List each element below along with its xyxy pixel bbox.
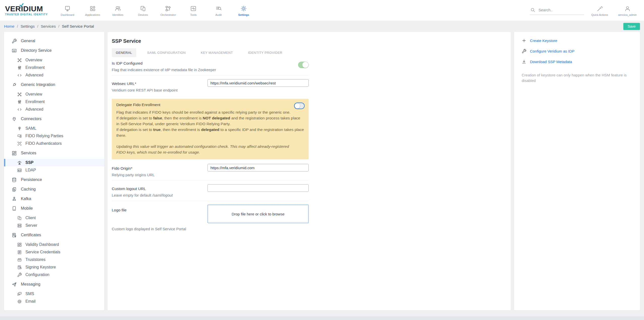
sidebar-item-general[interactable]: General [4, 37, 104, 45]
fido-origin-input[interactable] [207, 164, 309, 171]
logo-dropzone[interactable]: Drop file here or click to browse [207, 205, 309, 223]
quick-actions-button[interactable]: Quick Actions [588, 5, 612, 16]
settings-sidebar: General Directory Service Overview Enrol… [4, 32, 104, 310]
page-title: SSP Service [112, 38, 511, 44]
sidebar-item-label: Directory Service [21, 48, 52, 53]
sidebar-item-connectors[interactable]: Connectors [4, 115, 104, 123]
delegate-fido-enrollment-toggle[interactable] [294, 103, 305, 109]
sidebar-item-fido-authenticators[interactable]: FIDO Authenticators [4, 140, 104, 147]
sidebar-item-saml[interactable]: SAML [4, 125, 104, 132]
sidebar-item-ds-advanced[interactable]: Advanced [4, 71, 104, 79]
archive-icon [17, 257, 22, 262]
code-icon [17, 73, 22, 78]
custom-logout-hint-text: Leave empty for default [112, 193, 152, 197]
plus-icon [522, 38, 526, 43]
nav-item-devices[interactable]: Devices [130, 4, 156, 16]
nav-item-tools[interactable]: Tools [181, 4, 206, 16]
custom-logout-url-input[interactable] [207, 184, 309, 192]
action-link-label: Download SSP Metadata [530, 60, 572, 64]
delegate-description-line: If delegation is set to false, then the … [116, 115, 304, 127]
download-icon [522, 59, 526, 64]
save-button[interactable]: Save [623, 23, 640, 30]
sidebar-item-label: FIDO Relying Parties [25, 134, 63, 138]
sidebar-item-generic-integration[interactable]: Generic Integration [4, 81, 104, 88]
is-idp-configured-hint: Flag that indicates existence of IdP met… [112, 68, 293, 72]
db-icon [12, 177, 17, 182]
nav-item-identities[interactable]: Identities [105, 4, 130, 16]
sidebar-item-gi-enrollment[interactable]: Enrollment [4, 98, 104, 106]
search-input[interactable] [539, 8, 583, 12]
sidebar-item-service-credentials[interactable]: Service Credentials [4, 248, 104, 256]
sidebar-item-directory-service[interactable]: Directory Service [4, 47, 104, 54]
search-icon[interactable] [530, 7, 535, 13]
tab-saml-configuration[interactable]: SAML CONFIGURATION [143, 48, 190, 57]
tab-general[interactable]: GENERAL [112, 48, 136, 57]
delegate-desc-segment: NOT delegated [203, 116, 230, 120]
tab-identity-provider[interactable]: IDENTITY PROVIDER [244, 48, 286, 57]
breadcrumb-services[interactable]: Services [41, 24, 56, 29]
wrench-icon [17, 272, 22, 277]
delegate-description: Flag that indicates if FIDO keys should … [116, 109, 304, 138]
sidebar-item-signing-keystore[interactable]: Signing Keystore [4, 263, 104, 271]
sidebar-item-messaging[interactable]: Messaging [4, 281, 104, 288]
sidebar-item-fido-relying-parties[interactable]: FIDO Relying Parties [4, 132, 104, 140]
sidebar-item-ssp[interactable]: SSP [4, 159, 104, 166]
delegate-fido-enrollment-label: Delegate Fido Enrollment [116, 103, 304, 107]
sidebar-item-server[interactable]: Server [4, 222, 104, 229]
username-label: aencica_admin [618, 13, 637, 16]
breadcrumb-home[interactable]: Home [4, 24, 14, 29]
sidebar-item-ldap[interactable]: LDAP [4, 166, 104, 174]
action-link-label: Create Keystore [530, 38, 557, 43]
applications-icon [89, 5, 96, 12]
is-idp-configured-toggle[interactable] [298, 62, 309, 68]
custom-logout-hint-path: /saml/logout [152, 193, 173, 197]
nav-item-settings[interactable]: Settings [231, 4, 256, 16]
sidebar-item-label: Messaging [21, 282, 40, 287]
nav-item-applications[interactable]: Applications [80, 4, 105, 16]
sidebar-item-label: Generic Integration [21, 82, 55, 87]
nav-item-dashboard[interactable]: Dashboard [55, 4, 80, 16]
sidebar-item-label: Validity Dashboard [25, 242, 59, 247]
nav-item-label: Settings [238, 13, 249, 16]
form-row-custom-logout-url: Custom logout URL Leave empty for defaul… [112, 181, 309, 201]
sidebar-item-label: Kafka [21, 197, 31, 201]
nav-item-audit[interactable]: Audit [206, 4, 231, 16]
user-menu[interactable]: aencica_admin [615, 5, 639, 16]
sidebar-item-gi-advanced[interactable]: Advanced [4, 106, 104, 113]
sidebar-item-truststores[interactable]: Truststores [4, 256, 104, 263]
websec-url-input[interactable] [207, 79, 309, 87]
devices-icon [140, 5, 146, 12]
cache-icon [12, 187, 17, 192]
sidebar-item-label: Truststores [25, 257, 45, 262]
sidebar-item-validity-dashboard[interactable]: Validity Dashboard [4, 241, 104, 248]
breadcrumb-settings[interactable]: Settings [21, 24, 35, 29]
sidebar-item-sms[interactable]: SMS [4, 290, 104, 298]
brand-logo: VERIDIUM TRUSTED DIGITAL IDENTITY [5, 5, 51, 16]
sidebar-item-caching[interactable]: Caching [4, 186, 104, 193]
is-idp-configured-label: Is IDP Configured [112, 61, 293, 66]
logo-file-hint: Custom logo displayed in Self Service Po… [112, 227, 309, 231]
sidebar-item-ds-overview[interactable]: Overview [4, 56, 104, 64]
sidebar-item-mobile[interactable]: Mobile [4, 205, 104, 212]
configure-veridium-as-idp-link[interactable]: Configure Veridium as IDP [522, 49, 632, 54]
fido-origin-label: Fido Origin* [112, 166, 202, 171]
sidebar-item-gi-overview[interactable]: Overview [4, 90, 104, 98]
sidebar-item-kafka[interactable]: Kafka [4, 195, 104, 203]
create-keystore-link[interactable]: Create Keystore [522, 38, 632, 43]
tab-key-management[interactable]: KEY MANAGEMENT [197, 48, 237, 57]
sidebar-item-ds-enrollment[interactable]: Enrollment [4, 64, 104, 71]
sidebar-item-label: Advanced [25, 107, 43, 112]
sidebar-item-label: Configuration [25, 272, 49, 277]
bottom-strip [0, 316, 644, 320]
sidebar-item-certificates[interactable]: Certificates [4, 231, 104, 239]
sidebar-item-services[interactable]: Services [4, 149, 104, 157]
nav-item-orchestrator[interactable]: Orchestrator [156, 4, 181, 16]
sidebar-item-configuration[interactable]: Configuration [4, 271, 104, 279]
sidebar-item-client[interactable]: Client [4, 214, 104, 222]
plug-icon [12, 116, 17, 122]
wrench-icon [522, 49, 526, 54]
sidebar-item-email[interactable]: Email [4, 298, 104, 305]
download-ssp-metadata-link[interactable]: Download SSP Metadata [522, 59, 632, 64]
dashboard-icon [64, 5, 71, 12]
sidebar-item-persistence[interactable]: Persistence [4, 176, 104, 184]
